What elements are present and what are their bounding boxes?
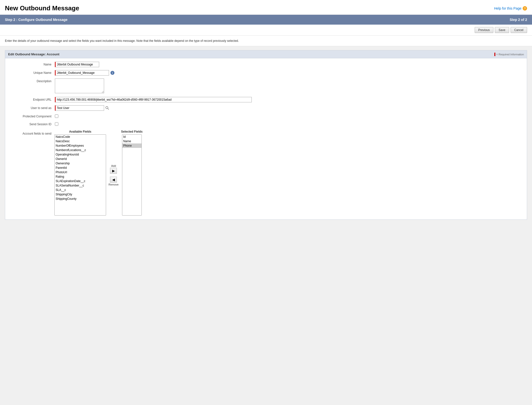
unique-name-label: Unique Name <box>5 70 54 75</box>
lookup-icon[interactable] <box>105 106 110 110</box>
page-title: New Outbound Message <box>5 4 79 12</box>
unique-name-row: Unique Name i <box>5 69 527 77</box>
account-fields-label: Account fields to send <box>5 130 54 135</box>
unique-name-input[interactable] <box>55 70 109 76</box>
remove-button-wrapper: ◀ Remove <box>109 177 119 186</box>
required-bar-icon <box>494 53 495 56</box>
user-to-send-field <box>54 105 527 111</box>
send-session-id-label: Send Session ID <box>5 122 54 126</box>
user-to-send-row: User to send as <box>5 104 527 112</box>
arrow-buttons: Add ▶ ◀ Remove <box>106 164 121 186</box>
available-fields-label: Available Fields <box>69 130 91 133</box>
selected-fields-label: Selected Fields <box>121 130 142 133</box>
save-button[interactable]: Save <box>495 27 509 33</box>
protected-component-row: Protected Component <box>5 112 527 120</box>
name-input[interactable] <box>55 62 99 67</box>
description-textarea[interactable] <box>55 78 104 93</box>
selected-fields-list[interactable]: IdNamePhone <box>122 134 142 216</box>
selected-fields-wrapper: Selected Fields IdNamePhone <box>121 130 142 216</box>
unique-name-field: i <box>54 70 527 76</box>
account-fields-section: Account fields to send Available Fields … <box>5 128 527 218</box>
step-header-right: Step 2 of 2 <box>510 18 527 22</box>
user-to-send-label: User to send as <box>5 105 54 110</box>
send-session-id-field <box>54 122 527 126</box>
available-fields-wrapper: Available Fields NaicsCodeNaicsDescNumbe… <box>54 130 106 216</box>
description-bar: Enter the details of your outbound messa… <box>0 36 532 46</box>
toolbar: Previous Save Cancel <box>0 25 532 36</box>
add-button[interactable]: ▶ <box>110 168 117 174</box>
endpoint-url-field <box>54 97 527 102</box>
cancel-button[interactable]: Cancel <box>511 27 527 33</box>
required-info: = Required Information <box>494 53 524 56</box>
name-row: Name <box>5 60 527 69</box>
description-label: Description <box>5 78 54 83</box>
remove-label: Remove <box>109 183 119 186</box>
main-content: Edit Outbound Message: Account = Require… <box>0 46 532 224</box>
section-title: Edit Outbound Message: Account <box>8 52 59 56</box>
unique-name-info-icon[interactable]: i <box>110 71 114 75</box>
remove-button[interactable]: ◀ <box>110 177 117 183</box>
send-session-id-row: Send Session ID <box>5 120 527 128</box>
endpoint-url-label: Endpoint URL <box>5 97 54 101</box>
step-header-left: Step 2 : Configure Outbound Message <box>5 18 67 22</box>
protected-component-field <box>54 114 527 119</box>
protected-component-label: Protected Component <box>5 114 54 118</box>
help-icon: ? <box>523 6 527 11</box>
svg-point-0 <box>106 107 108 109</box>
add-label: Add <box>111 164 116 167</box>
name-label: Name <box>5 62 54 66</box>
endpoint-url-input[interactable] <box>55 97 252 102</box>
available-fields-list[interactable]: NaicsCodeNaicsDescNumberOfEmployeesNumbe… <box>54 134 106 216</box>
required-info-text: = Required Information <box>496 53 524 56</box>
add-button-wrapper: Add ▶ <box>110 164 117 174</box>
section-header: Edit Outbound Message: Account = Require… <box>5 50 527 58</box>
description-row: Description <box>5 77 527 95</box>
send-session-id-checkbox[interactable] <box>55 122 58 126</box>
description-field <box>54 78 527 94</box>
previous-button[interactable]: Previous <box>475 27 494 33</box>
svg-line-1 <box>108 109 109 110</box>
step-header: Step 2 : Configure Outbound Message Step… <box>0 15 532 25</box>
description-text: Enter the details of your outbound messa… <box>5 39 239 43</box>
form-body: Name Unique Name i Description Endpoint … <box>5 58 527 220</box>
help-link-text: Help for this Page <box>494 6 521 10</box>
fields-container: Available Fields NaicsCodeNaicsDescNumbe… <box>54 130 142 216</box>
user-to-send-input[interactable] <box>55 105 104 111</box>
endpoint-url-row: Endpoint URL <box>5 95 527 104</box>
name-field <box>54 62 527 67</box>
protected-component-checkbox[interactable] <box>55 114 58 118</box>
page-header: New Outbound Message Help for this Page … <box>0 0 532 15</box>
help-link[interactable]: Help for this Page ? <box>494 6 527 11</box>
